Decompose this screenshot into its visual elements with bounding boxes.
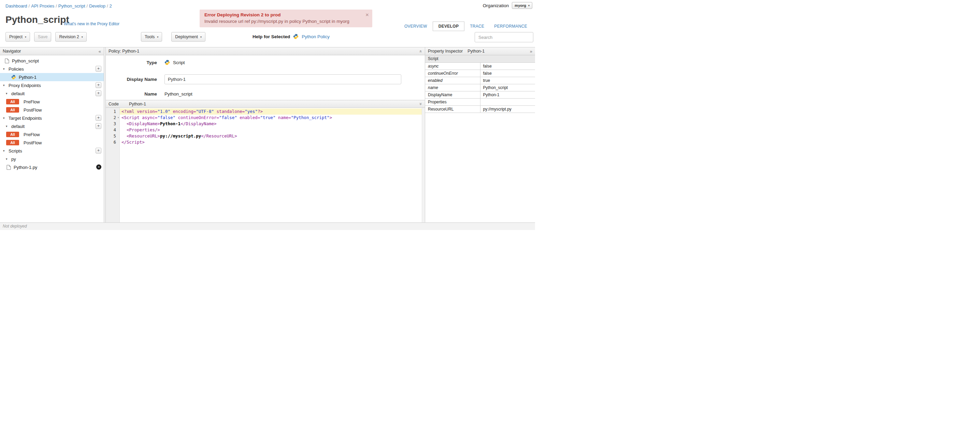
property-value[interactable]: false [480, 62, 535, 70]
add-proxy-endpoint-button[interactable]: + [95, 82, 101, 88]
breadcrumb-api-proxies[interactable]: API Proxies [31, 3, 54, 8]
triangle-down-icon[interactable]: ▾ [3, 149, 6, 153]
tab-develop[interactable]: DEVELOP [433, 22, 465, 31]
tab-performance[interactable]: PERFORMANCE [490, 22, 531, 31]
add-policy-button[interactable]: + [95, 66, 101, 71]
tree-item-proxy-root[interactable]: Python_script [0, 57, 104, 65]
property-row-displayname: DisplayName Python-1 [425, 91, 535, 98]
code-line[interactable]: <Properties/> [120, 127, 422, 133]
organization-label: Organization [483, 3, 509, 8]
python-icon [164, 60, 170, 65]
caret-down-icon: ▾ [81, 35, 83, 38]
property-value[interactable]: true [480, 77, 535, 84]
property-inspector-title: Property Inspector [428, 49, 463, 54]
property-value[interactable]: Python-1 [480, 91, 535, 98]
add-proxy-flow-button[interactable]: + [95, 91, 101, 96]
name-value: Python_script [164, 91, 192, 97]
breadcrumb-dashboard[interactable]: Dashboard [5, 3, 27, 8]
status-bar: Not deployed [0, 222, 535, 230]
tree-item-label: Python_script [12, 58, 39, 64]
save-button[interactable]: Save [34, 32, 51, 41]
tree-item-proxy-default[interactable]: ▾ default + [0, 89, 104, 98]
property-value[interactable]: py://myscript.py [480, 105, 535, 113]
add-script-button[interactable]: + [95, 148, 101, 154]
organization-area: Organization myorg ▾ [483, 2, 532, 9]
breadcrumb-separator: / [29, 3, 30, 8]
policy-help-link[interactable]: Python Policy [302, 34, 329, 39]
revision-menu-label: Revision 2 [59, 35, 79, 39]
project-menu-button[interactable]: Project ▾ [5, 32, 30, 41]
tree-item-target-postflow[interactable]: All PostFlow [0, 138, 104, 147]
code-line[interactable]: </Script> [120, 139, 422, 145]
close-icon[interactable]: × [366, 12, 369, 18]
display-name-input[interactable] [164, 75, 401, 84]
code-scrollbar[interactable] [422, 108, 425, 222]
type-value: Script [173, 60, 185, 65]
tree-item-proxy-preflow[interactable]: All PreFlow [0, 98, 104, 106]
expand-panel-icon[interactable]: » [530, 49, 532, 54]
code-content[interactable]: <?xml version="1.0" encoding="UTF-8" sta… [120, 108, 422, 222]
tools-menu-button[interactable]: Tools ▾ [141, 32, 162, 41]
triangle-down-icon[interactable]: ▾ [6, 124, 9, 128]
code-line[interactable]: <Script async="false" continueOnError="f… [120, 114, 422, 121]
error-message: Invalid resource url ref py://myscript.p… [204, 19, 362, 24]
tree-section-target-endpoints[interactable]: ▾ Target Endpoints + [0, 114, 104, 122]
error-title: Error Deploying Revision 2 to prod [204, 12, 362, 17]
deployment-status: Not deployed [3, 224, 27, 229]
breadcrumb-develop[interactable]: Develop [89, 3, 105, 8]
tree-section-scripts[interactable]: ▾ Scripts + [0, 147, 104, 155]
file-icon [6, 165, 11, 170]
expand-section-icon[interactable]: » [419, 103, 423, 105]
page-title: Python_script [5, 14, 69, 25]
tree-section-proxy-endpoints[interactable]: ▾ Proxy Endpoints + [0, 81, 104, 89]
breadcrumb-proxy-name[interactable]: Python_script [58, 3, 85, 8]
organization-dropdown[interactable]: myorg ▾ [512, 2, 532, 9]
save-button-label: Save [38, 35, 48, 39]
triangle-down-icon[interactable]: ▾ [6, 92, 9, 95]
code-fold-icon[interactable]: ▾ [118, 114, 119, 121]
property-value[interactable]: Python_script [480, 84, 535, 91]
revision-menu-button[interactable]: Revision 2 ▾ [55, 32, 86, 41]
tree-item-target-preflow[interactable]: All PreFlow [0, 130, 104, 138]
all-badge: All [6, 99, 19, 105]
code-editor[interactable]: 12▾3456 <?xml version="1.0" encoding="UT… [106, 108, 425, 222]
breadcrumb-separator: / [87, 3, 88, 8]
all-badge: All [6, 140, 19, 145]
tree-item-policy-python-1[interactable]: Python-1 [0, 73, 104, 81]
breadcrumb-separator: / [56, 3, 57, 8]
collapse-panel-icon[interactable]: « [99, 49, 101, 54]
caret-down-icon: ▾ [528, 4, 530, 7]
collapse-section-icon[interactable]: « [419, 50, 423, 52]
whats-new-link[interactable]: What's new in the Proxy Editor [64, 22, 119, 26]
breadcrumb-separator: / [107, 3, 108, 8]
tree-section-policies[interactable]: ▾ Policies + [0, 65, 104, 73]
tab-overview[interactable]: OVERVIEW [400, 22, 432, 31]
property-value[interactable] [480, 98, 535, 105]
triangle-down-icon[interactable]: ▾ [3, 67, 6, 71]
code-line[interactable]: <ResourceURL>py://myscript.py</ResourceU… [120, 133, 422, 139]
property-key: continueOnError [425, 70, 480, 77]
help-for-selected-label: Help for Selected [253, 34, 290, 39]
code-line[interactable]: <DisplayName>Python-1</DisplayName> [120, 121, 422, 127]
triangle-down-icon[interactable]: ▾ [3, 84, 6, 87]
property-key: DisplayName [425, 91, 480, 98]
main-region: Navigator « Python_script ▾ Policies + [0, 47, 535, 222]
add-target-flow-button[interactable]: + [95, 123, 101, 129]
code-line[interactable]: <?xml version="1.0" encoding="UTF-8" sta… [120, 108, 422, 114]
add-target-endpoint-button[interactable]: + [95, 115, 101, 121]
search-input[interactable] [475, 32, 533, 42]
line-number: 4 [106, 127, 119, 133]
section-label: Target Endpoints [8, 116, 42, 121]
tree-item-target-default[interactable]: ▾ default + [0, 122, 104, 130]
property-inspector-subtitle: Python-1 [468, 49, 485, 54]
triangle-down-icon[interactable]: ▾ [3, 116, 6, 120]
tree-item-script-type-py[interactable]: ▾ py [0, 155, 104, 163]
tree-item-python-1-py[interactable]: Python-1.py × [0, 163, 104, 171]
deployment-menu-button[interactable]: Deployment ▾ [171, 32, 205, 41]
property-value[interactable]: false [480, 70, 535, 77]
delete-script-icon[interactable]: × [96, 164, 101, 170]
tab-trace[interactable]: TRACE [465, 22, 488, 31]
triangle-down-icon[interactable]: ▾ [6, 157, 9, 161]
breadcrumb-revision[interactable]: 2 [110, 3, 112, 8]
tree-item-proxy-postflow[interactable]: All PostFlow [0, 106, 104, 114]
